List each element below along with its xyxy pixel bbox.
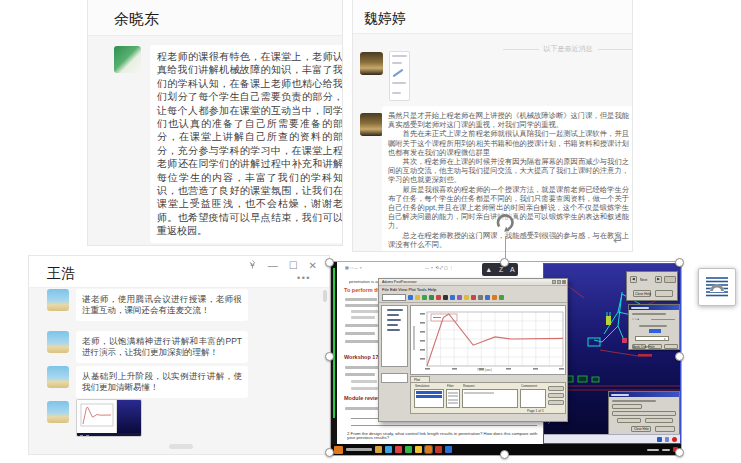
chat-title: 魏婷婷 — [364, 10, 406, 26]
resize-handle-mid-left[interactable] — [325, 352, 334, 361]
dialog-buttons: Close Help — [634, 427, 649, 430]
investigate-results-dialog[interactable]: Close Help — [608, 391, 680, 436]
avatar[interactable] — [47, 401, 69, 423]
resize-handle-bottom-right[interactable] — [675, 448, 684, 457]
scrollbar[interactable] — [323, 290, 327, 302]
avatar[interactable] — [47, 366, 69, 388]
taskbar-app-darkred — [435, 446, 442, 453]
message-text: 程老师的课很有特色，在课堂上，老师认真给我们讲解机械故障的知识，丰富了我们的学科… — [157, 51, 343, 236]
chat-bubble: 程老师的课很有特色，在课堂上，老师认真给我们讲解机械故障的知识，丰富了我们的学科… — [150, 45, 343, 243]
simulation-step-dialog[interactable]: ○ ○ ● ▾ Apply Close Help — [628, 304, 680, 350]
divider-line — [503, 49, 539, 50]
avatar[interactable] — [360, 52, 383, 75]
chat-title: 余晓东 — [114, 10, 159, 27]
component-list[interactable] — [520, 389, 546, 408]
chat-bubble: 谌老师，使用腾讯会议进行授课，老师很注重互动，课间还会有连麦交流！ — [76, 289, 248, 321]
col-simulation: Simulation — [415, 384, 429, 387]
close-icon[interactable]: ✕ — [309, 261, 317, 271]
taskbar-folder-icon — [375, 446, 382, 453]
plot-xlabel: Time (sec) — [477, 368, 492, 372]
pin-icon[interactable] — [248, 260, 257, 271]
add-curves-button[interactable] — [548, 386, 564, 391]
scroll-pill — [169, 444, 193, 449]
window-buttons[interactable] — [552, 280, 566, 284]
rotate-handle-icon[interactable] — [492, 210, 518, 240]
paragraph-return-mark: ↵ — [613, 233, 623, 247]
resize-handle-top-left[interactable] — [325, 258, 334, 267]
page-indicator: Page 1 of 1 — [527, 409, 544, 413]
selected-screenshot-image[interactable]: ▦ ⸬ — ＋ — ＋ ⟲ ⤢ ▢ ⋮ ▲ZA penetration is a… — [331, 262, 681, 455]
pdf-section-heading: Workshop 17 — [344, 354, 378, 360]
taskbar-app-red — [395, 446, 402, 453]
grid-icon — [657, 437, 662, 442]
resize-handle-top-center[interactable] — [500, 258, 509, 267]
avatar[interactable] — [47, 331, 69, 353]
image-attachment[interactable] — [389, 51, 410, 101]
taskbar-app-win — [445, 446, 452, 453]
recent-messages-divider: 以下是最近消息 — [503, 44, 633, 54]
chat-bubble: 从基础到上升阶段，以实例进行讲解，使我们更加清晰易懂！ — [76, 366, 248, 398]
record-icon — [672, 437, 677, 442]
layout-options-button[interactable] — [698, 268, 736, 306]
chat-bubble: 老师，以饱满精神进行讲解和丰富的PPT进行演示，让我们更加深刻的理解！ — [76, 331, 248, 363]
system-tray[interactable] — [647, 447, 678, 452]
message-paragraph: 虽然只是才开始上程老师在网上讲授的《机械故障诊断》这门课，但是我能真实感受到老师… — [388, 111, 629, 129]
avatar[interactable] — [114, 46, 141, 73]
window-controls: — ☐ ✕ — [248, 260, 317, 271]
results-tree[interactable] — [381, 305, 408, 367]
request-list[interactable] — [462, 389, 518, 408]
wechat-panel-wanghao: 王浩 — ☐ ✕ ••• 谌老师，使用腾讯会议进行授课，老师很注重互动，课间还会… — [28, 255, 330, 455]
wrap-text-icon — [705, 275, 729, 299]
message-paragraph: 首先在未正式上课之前程老师就很认真陪我们一起测试上课软件，并且嘱咐关于这个课程所… — [388, 129, 629, 157]
toolbar[interactable] — [379, 292, 567, 303]
dialog-titlebar[interactable] — [629, 305, 679, 310]
dialog-titlebar[interactable] — [609, 392, 679, 397]
taskbar-app-blue — [385, 446, 392, 453]
dialog-buttons: Apply Close Help — [633, 345, 654, 348]
wizard-nav-dialog[interactable]: ◀ Next ▶ Close Help — [626, 271, 678, 301]
minimize-icon[interactable]: — — [268, 261, 278, 271]
message-paragraph: 其次，程老师在上课的时候并没有因为隔着屏幕的原因而减少与我们之间的互动交流，他主… — [388, 157, 629, 185]
surf-toggle[interactable] — [548, 400, 564, 405]
taskbar-search-text — [346, 448, 372, 451]
menubar[interactable]: File Edit View Plot Tools Help — [379, 286, 567, 292]
clear-plot-button[interactable] — [548, 393, 564, 398]
col-request: Request — [463, 384, 475, 387]
avatar[interactable] — [360, 113, 383, 136]
filter-list[interactable] — [446, 389, 460, 408]
info-icon — [665, 437, 669, 442]
dialog-buttons: Close Help — [635, 292, 651, 296]
word-page: 余晓东 程老师的课很有特色，在课堂上，老师认真给我们讲解机械故障的知识，丰富了我… — [0, 0, 741, 463]
dashboard-panel: Simulation Filter Request Component Page… — [410, 382, 566, 414]
pdf-section-heading: Module review — [344, 395, 382, 401]
nav-label: Next — [640, 278, 647, 282]
pdf-toolbar-icons[interactable]: — ＋ ⟲ ⤢ ▢ ⋮ — [425, 266, 453, 270]
window-title: Adams PostProcessor — [382, 280, 417, 284]
taskbar-app-active — [425, 446, 432, 453]
resize-handle-top-right[interactable] — [675, 258, 684, 267]
viewport-statusbar — [544, 434, 680, 443]
resize-handle-bottom-left[interactable] — [325, 448, 334, 457]
filter-field[interactable] — [381, 373, 408, 383]
avatar[interactable] — [47, 289, 69, 311]
pdf-question-text: 2 From the design study, what control li… — [347, 431, 539, 440]
screenshot-attachment[interactable] — [76, 399, 142, 437]
divider-line — [598, 49, 634, 50]
plot-area: Time (sec) — [410, 305, 566, 375]
simulation-list[interactable] — [414, 389, 444, 408]
resize-handle-bottom-center[interactable] — [500, 450, 509, 459]
chat-header: 余晓东 — [88, 0, 342, 36]
resize-handle-mid-right[interactable] — [675, 352, 684, 361]
col-filter: Filter — [447, 384, 454, 387]
more-menu-button[interactable]: ••• — [297, 273, 311, 283]
col-component: Component — [521, 384, 537, 387]
window-titlebar[interactable]: Adams PostProcessor — [379, 279, 567, 286]
pdf-page-indicator: ▦ ⸬ — ＋ — [345, 266, 363, 270]
taskbar-app-green — [405, 446, 412, 453]
plot-type-combo[interactable] — [382, 294, 406, 301]
taskbar-app-yellow — [415, 446, 422, 453]
maximize-icon[interactable]: ☐ — [289, 261, 298, 271]
chat-header: 魏婷婷 — [353, 0, 632, 34]
divider-label: 以下是最近消息 — [544, 44, 593, 54]
postprocessor-window[interactable]: Adams PostProcessor File Edit View Plot … — [378, 278, 568, 422]
